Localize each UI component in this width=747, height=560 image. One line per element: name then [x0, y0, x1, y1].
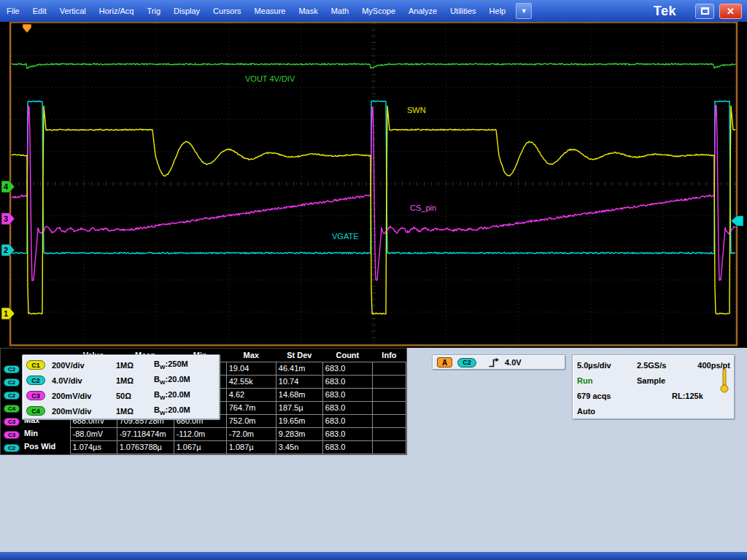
measurement-value: 1.0763788µ — [117, 440, 174, 454]
menu-utilities[interactable]: Utilities — [444, 0, 482, 22]
channel-badge-c2: C2 — [4, 365, 20, 373]
measurement-row: C3Min-88.0mV-97.118474m-112.0m-72.0m9.28… — [1, 427, 406, 440]
trigger-readout-panel: A C2 4.0V — [432, 354, 566, 370]
bw-value: :20.0M — [166, 390, 190, 399]
menu-horiz-acq[interactable]: Horiz/Acq — [93, 0, 141, 22]
meas-header-count: Count — [322, 349, 372, 362]
measurement-value: 1.087µ — [226, 440, 276, 454]
close-button[interactable]: ✕ — [719, 4, 742, 19]
scope-display: 4321VOUT 4V/DIVSWNCS_pinVGATE — [0, 22, 747, 348]
minimize-button[interactable] — [695, 4, 714, 19]
measurement-name: Pos Wid — [24, 442, 55, 451]
measurement-value: 683.0 — [322, 414, 372, 427]
menu-math[interactable]: Math — [325, 0, 355, 22]
channel-badge-c4: C4 — [4, 405, 20, 413]
channel-badge-c3: C3 — [4, 431, 20, 439]
menu-help[interactable]: Help — [483, 0, 513, 22]
measurement-value: 683.0 — [322, 388, 372, 401]
trigger-mode-label: A — [442, 359, 447, 367]
trigger-level-marker[interactable] — [731, 216, 743, 226]
measurement-value: 1.067µ — [174, 440, 226, 454]
measurement-label: C2Pos Wid — [1, 440, 70, 454]
rising-edge-icon — [488, 357, 500, 368]
measurement-value — [372, 440, 406, 454]
trigger-a-badge[interactable]: A — [437, 357, 452, 368]
measurement-value: -112.0m — [174, 427, 226, 440]
channel-scale: 200mV/div — [52, 392, 116, 400]
measurement-value: 3.45n — [276, 440, 322, 454]
measurement-value — [372, 375, 406, 388]
cs-pin-label: CS_pin — [410, 203, 436, 212]
menu-mask[interactable]: Mask — [292, 0, 324, 22]
bw-prefix: B — [154, 405, 160, 414]
menu-analyze[interactable]: Analyze — [402, 0, 444, 22]
horizontal-status-panel: 5.0µs/div 2.5GS/s 400ps/pt Run Sample 67… — [572, 354, 735, 420]
menu-trig[interactable]: Trig — [140, 0, 167, 22]
temperature-indicator-icon — [719, 368, 729, 394]
menu-cursors[interactable]: Cursors — [206, 0, 248, 22]
measurement-value: -88.0mV — [70, 427, 117, 440]
channel-bandwidth: BW:20.0M — [154, 390, 190, 401]
channel-badge-c2: C2 — [4, 378, 20, 386]
readout-area: C1200V/div1MΩBW:250MC24.0V/div1MΩBW:20.0… — [0, 348, 747, 552]
measurement-value: 683.0 — [322, 362, 372, 375]
menu-display[interactable]: Display — [167, 0, 206, 22]
menu-dropdown-button[interactable]: ▼ — [516, 3, 532, 19]
measurement-value: 683.0 — [322, 401, 372, 414]
record-length: RL:125k — [672, 392, 703, 400]
channel-impedance: 1MΩ — [116, 376, 154, 385]
bw-value: :20.0M — [166, 405, 190, 414]
measurement-value: 19.04 — [226, 362, 276, 375]
measurement-value: 10.74 — [276, 375, 322, 388]
measurement-value: 683.0 — [322, 440, 372, 454]
acquisition-state: Run — [577, 376, 637, 385]
menu-myscope[interactable]: MyScope — [355, 0, 402, 22]
channel-rows: C1200V/div1MΩBW:250MC24.0V/div1MΩBW:20.0… — [26, 357, 220, 419]
measurement-value: -97.118474m — [117, 427, 174, 440]
channel-row-c3: C3200mV/div50ΩBW:20.0M — [26, 388, 220, 403]
tek-logo: Tek — [654, 4, 695, 19]
channel-badge-c2: C2 — [4, 444, 20, 452]
menu-vertical[interactable]: Vertical — [53, 0, 93, 22]
channel-row-c1: C1200V/div1MΩBW:250M — [26, 357, 220, 373]
channel-3-marker-label: 3 — [4, 214, 8, 223]
measurement-value: 4.62 — [226, 388, 276, 401]
bw-value: :20.0M — [166, 375, 190, 384]
sample-rate-value: 2.5GS/s — [637, 361, 666, 370]
measurement-value: 683.0 — [322, 375, 372, 388]
menu-items: FileEditVerticalHoriz/AcqTrigDisplayCurs… — [0, 0, 512, 22]
meas-header-info: Info — [372, 349, 406, 362]
channel-scale: 200mV/div — [52, 407, 116, 416]
trigger-position-marker[interactable] — [23, 24, 31, 33]
channel-settings-panel: C1200V/div1MΩBW:250MC24.0V/div1MΩBW:20.0… — [22, 354, 220, 420]
channel-scale: 4.0V/div — [52, 376, 116, 385]
bw-subscript: W — [160, 394, 166, 401]
bw-subscript: W — [160, 379, 166, 386]
graticule — [12, 23, 735, 344]
menu-edit[interactable]: Edit — [26, 0, 53, 22]
channel-badge-c2: C2 — [4, 392, 20, 400]
channel-badge-c3[interactable]: C3 — [26, 391, 45, 400]
channel-impedance: 1MΩ — [116, 407, 154, 416]
trigger-source-badge[interactable]: C2 — [457, 358, 476, 368]
vgate-label: VGATE — [332, 232, 358, 241]
meas-header-max: Max — [226, 349, 276, 362]
trigger-level-value[interactable]: 4.0V — [505, 358, 522, 367]
trigger-mode-value: Auto — [577, 407, 595, 416]
measurement-value — [372, 388, 406, 401]
bottom-strip — [0, 552, 747, 560]
menu-measure[interactable]: Measure — [248, 0, 293, 22]
channel-2-marker-label: 2 — [4, 246, 8, 254]
bw-subscript: W — [160, 364, 166, 370]
channel-impedance: 50Ω — [116, 392, 154, 400]
waveform-area: 4321VOUT 4V/DIVSWNCS_pinVGATE — [0, 22, 747, 348]
measurement-name: Min — [24, 429, 38, 438]
swn-label: SWN — [407, 106, 426, 114]
bw-value: :250M — [166, 359, 188, 368]
menu-file[interactable]: File — [0, 0, 26, 22]
channel-badge-c3: C3 — [4, 418, 20, 426]
channel-badge-c4[interactable]: C4 — [26, 406, 45, 416]
channel-badge-c1[interactable]: C1 — [26, 360, 45, 370]
channel-badge-c2[interactable]: C2 — [26, 376, 45, 385]
timebase-value[interactable]: 5.0µs/div — [577, 361, 637, 370]
